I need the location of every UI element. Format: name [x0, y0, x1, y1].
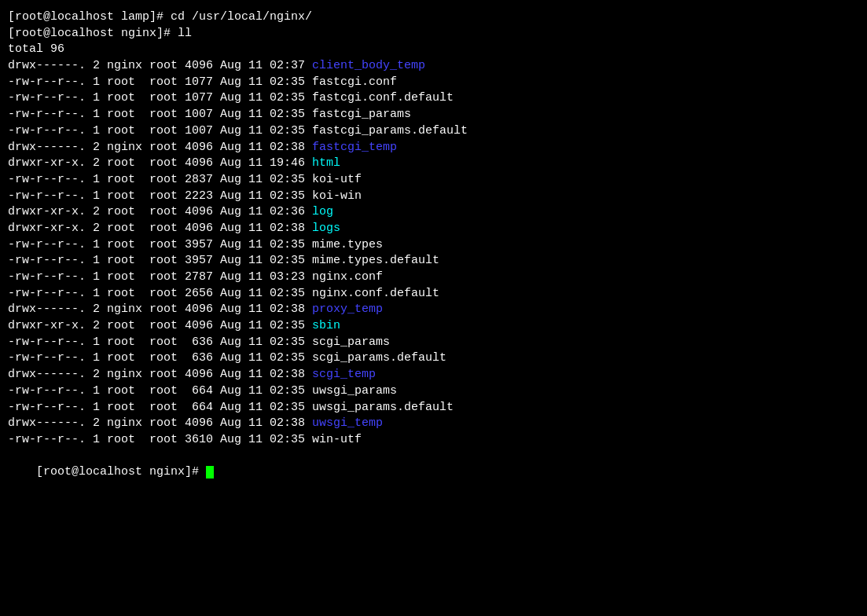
total-line: total 96	[8, 42, 859, 58]
list-item: -rw-r--r--. 1 root root 1007 Aug 11 02:3…	[8, 123, 859, 140]
list-item: drwx------. 2 nginx root 4096 Aug 11 02:…	[8, 140, 859, 156]
prompt-text: [root@localhost nginx]#	[36, 465, 206, 478]
list-item: -rw-r--r--. 1 root root 2837 Aug 11 02:3…	[8, 172, 859, 189]
list-item: -rw-r--r--. 1 root root 636 Aug 11 02:35…	[8, 350, 859, 367]
list-item: -rw-r--r--. 1 root root 1007 Aug 11 02:3…	[8, 107, 859, 123]
list-item: drwxr-xr-x. 2 root root 4096 Aug 11 19:4…	[8, 156, 859, 172]
list-item: -rw-r--r--. 1 root root 3957 Aug 11 02:3…	[8, 237, 859, 254]
list-item: drwx------. 2 nginx root 4096 Aug 11 02:…	[8, 416, 859, 432]
list-item: drwx------. 2 nginx root 4096 Aug 11 02:…	[8, 367, 859, 383]
cursor	[206, 466, 214, 478]
list-item: -rw-r--r--. 1 root root 1077 Aug 11 02:3…	[8, 90, 859, 107]
list-item: drwx------. 2 nginx root 4096 Aug 11 02:…	[8, 58, 859, 75]
list-item: drwxr-xr-x. 2 root root 4096 Aug 11 02:3…	[8, 221, 859, 237]
list-item: -rw-r--r--. 1 root root 636 Aug 11 02:35…	[8, 335, 859, 351]
list-item: -rw-r--r--. 1 root root 1077 Aug 11 02:3…	[8, 75, 859, 91]
list-item: drwx------. 2 nginx root 4096 Aug 11 02:…	[8, 302, 859, 318]
list-item: -rw-r--r--. 1 root root 664 Aug 11 02:35…	[8, 400, 859, 416]
command-line-2: [root@localhost nginx]# ll	[8, 26, 859, 42]
list-item: -rw-r--r--. 1 root root 3957 Aug 11 02:3…	[8, 253, 859, 270]
list-item: -rw-r--r--. 1 root root 664 Aug 11 02:35…	[8, 383, 859, 400]
list-item: -rw-r--r--. 1 root root 2223 Aug 11 02:3…	[8, 189, 859, 205]
terminal: [root@localhost lamp]# cd /usr/local/ngi…	[3, 6, 864, 500]
prompt-line[interactable]: [root@localhost nginx]#	[8, 449, 859, 497]
command-line-1: [root@localhost lamp]# cd /usr/local/ngi…	[8, 9, 859, 26]
list-item: -rw-r--r--. 1 root root 3610 Aug 11 02:3…	[8, 432, 859, 449]
list-item: drwxr-xr-x. 2 root root 4096 Aug 11 02:3…	[8, 318, 859, 335]
list-item: drwxr-xr-x. 2 root root 4096 Aug 11 02:3…	[8, 204, 859, 221]
list-item: -rw-r--r--. 1 root root 2656 Aug 11 02:3…	[8, 286, 859, 302]
list-item: -rw-r--r--. 1 root root 2787 Aug 11 03:2…	[8, 270, 859, 286]
